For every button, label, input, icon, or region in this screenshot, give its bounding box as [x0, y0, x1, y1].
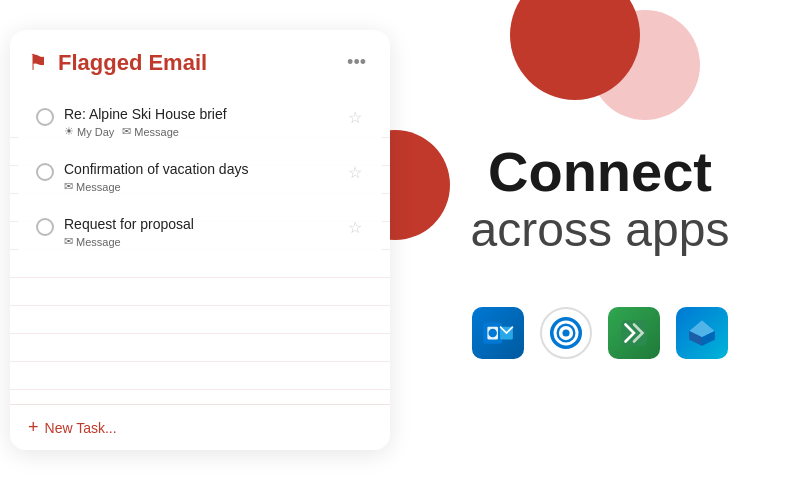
new-task-label: New Task...: [45, 420, 117, 436]
tag-message-2: ✉ Message: [64, 235, 121, 248]
item-meta: ✉ Message: [64, 180, 346, 193]
sun-icon: ☀: [64, 125, 74, 138]
tag-message-1: ✉ Message: [64, 180, 121, 193]
outlook-icon: [472, 307, 524, 359]
more-icon: •••: [347, 52, 366, 72]
cortana-icon: [540, 307, 592, 359]
svg-point-2: [488, 329, 497, 338]
message-icon-1: ✉: [64, 180, 73, 193]
item-title: Confirmation of vacation days: [64, 161, 346, 177]
connect-title-light: across apps: [471, 202, 730, 257]
tag-myday: ☀ My Day: [64, 125, 114, 138]
flag-icon: ⚑: [28, 50, 48, 76]
svg-point-6: [562, 330, 569, 337]
item-checkbox[interactable]: [36, 108, 54, 126]
star-button-1[interactable]: ☆: [346, 161, 364, 184]
item-title: Request for proposal: [64, 216, 346, 232]
star-button-0[interactable]: ☆: [346, 106, 364, 129]
tag-message-label-0: Message: [134, 126, 179, 138]
plus-icon: +: [28, 417, 39, 438]
item-content: Request for proposal ✉ Message: [64, 216, 346, 248]
email-items-list: Re: Alpine Ski House brief ☀ My Day ✉ Me…: [10, 89, 390, 404]
tag-myday-label: My Day: [77, 126, 114, 138]
item-checkbox[interactable]: [36, 163, 54, 181]
item-content: Re: Alpine Ski House brief ☀ My Day ✉ Me…: [64, 106, 346, 138]
item-meta: ☀ My Day ✉ Message: [64, 125, 346, 138]
widget-header: ⚑ Flagged Email •••: [10, 30, 390, 89]
item-title: Re: Alpine Ski House brief: [64, 106, 346, 122]
item-checkbox[interactable]: [36, 218, 54, 236]
tag-message-label-1: Message: [76, 181, 121, 193]
new-task-button[interactable]: + New Task...: [28, 417, 117, 438]
message-icon-0: ✉: [122, 125, 131, 138]
connect-title-bold: Connect: [488, 141, 712, 203]
message-icon-2: ✉: [64, 235, 73, 248]
kaizala-icon: [608, 307, 660, 359]
list-item: Confirmation of vacation days ✉ Message …: [18, 151, 382, 203]
flagged-email-widget: ⚑ Flagged Email ••• Re: Alpine Ski House…: [10, 30, 390, 450]
widget-footer: + New Task...: [10, 404, 390, 450]
star-button-2[interactable]: ☆: [346, 216, 364, 239]
right-section: Connect across apps: [400, 0, 800, 500]
tag-message-label-2: Message: [76, 236, 121, 248]
list-item: Request for proposal ✉ Message ☆: [18, 206, 382, 258]
widget-title: Flagged Email: [58, 50, 341, 76]
azure-icon: [676, 307, 728, 359]
item-meta: ✉ Message: [64, 235, 346, 248]
app-icons-row: [472, 307, 728, 359]
list-item: Re: Alpine Ski House brief ☀ My Day ✉ Me…: [18, 96, 382, 148]
item-content: Confirmation of vacation days ✉ Message: [64, 161, 346, 193]
tag-message-0: ✉ Message: [122, 125, 179, 138]
more-options-button[interactable]: •••: [341, 48, 372, 77]
